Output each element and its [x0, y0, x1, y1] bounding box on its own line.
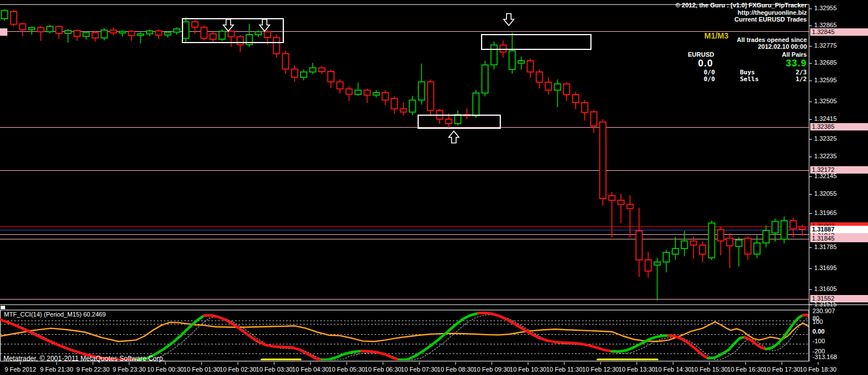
- candle-bull: [491, 41, 497, 70]
- candle-bull: [663, 250, 670, 272]
- candle-body: [265, 32, 271, 37]
- all-pairs-pips-value: 33.9: [786, 58, 807, 69]
- down-arrow-marker[interactable]: [504, 14, 514, 26]
- candle-body: [482, 65, 488, 93]
- candle-bull: [709, 221, 715, 260]
- indicator-name-label: MTF_CCI(14) (Period_M15) 60.2469: [4, 311, 106, 318]
- candle-bull: [246, 24, 253, 47]
- candle-bull: [256, 31, 262, 37]
- candle-bull: [518, 57, 525, 70]
- cci-main-line-up: [322, 351, 361, 360]
- candle-bear: [38, 26, 44, 41]
- cci-axis-label: 100: [812, 318, 823, 325]
- pane-splitter-handle[interactable]: [1, 306, 5, 309]
- symbol-label: EURUSD: [688, 51, 714, 58]
- price-label: 1.31695: [814, 264, 837, 271]
- metatrader-chart-window: © 2012, the Guru : [v1.0] FXGuru_PipTrac…: [0, 0, 868, 375]
- price-label-current-bid: 1.31887: [810, 226, 868, 233]
- candle-body: [491, 45, 497, 65]
- candle-body: [74, 31, 80, 36]
- indicator-copyright-text: © 2012, the Guru : [v1.0] FXGuru_PipTrac…: [675, 2, 807, 9]
- price-label: 1.32505: [814, 98, 837, 104]
- candle-body: [210, 34, 216, 40]
- candle-body: [382, 92, 389, 100]
- candle-body: [682, 241, 688, 249]
- candle-body: [183, 22, 189, 38]
- candle-bear: [201, 26, 207, 40]
- candle-bear: [129, 30, 135, 41]
- candle-bear: [546, 77, 552, 95]
- time-label: 10 Feb 12:30: [580, 366, 621, 373]
- candle-body: [781, 221, 788, 239]
- price-label: 1.32845: [810, 28, 868, 36]
- candle-bull: [83, 31, 90, 40]
- candle-body: [219, 31, 225, 39]
- candle-body: [129, 31, 135, 35]
- time-label: 10 Feb 15:30: [689, 366, 730, 373]
- sells-label: Sells: [740, 75, 759, 83]
- current-trades-title: Current EURUSD Trades: [734, 16, 807, 23]
- time-label: 10 Feb 17:30: [761, 366, 802, 373]
- sells-row: 0/0 Sells 1/2: [688, 75, 807, 83]
- candle-body: [718, 230, 724, 241]
- down-arrow-marker[interactable]: [223, 19, 233, 31]
- time-label: 9 Feb 2012: [0, 366, 41, 373]
- candle-bull: [2, 10, 8, 21]
- cci-axis-label: -313.168: [812, 353, 837, 360]
- candle-body: [20, 24, 26, 30]
- candle-body: [319, 68, 325, 72]
- candle-body: [636, 231, 643, 260]
- opened-since-line2: 2012.02.10 00:00: [758, 43, 807, 50]
- candle-body: [473, 93, 479, 116]
- sells-count: 0/0: [704, 75, 715, 83]
- candle-body: [673, 248, 679, 254]
- candle-bull: [138, 32, 144, 44]
- down-arrow-marker[interactable]: [259, 19, 270, 31]
- candle-bear: [92, 31, 99, 42]
- candle-bear: [56, 26, 62, 39]
- cci-main-line-down: [669, 335, 708, 358]
- all-pairs-label: All Pairs: [782, 51, 807, 58]
- time-label: 9 Feb 23:30: [109, 366, 150, 373]
- price-label: 1.32685: [814, 59, 837, 66]
- cci-axis-label: -100: [812, 338, 825, 344]
- time-label: 10 Feb 08:30: [435, 366, 476, 373]
- candle-body: [228, 31, 235, 36]
- candle-body: [401, 109, 407, 112]
- candle-bear: [337, 79, 343, 94]
- time-label: 10 Feb 13:30: [616, 366, 657, 373]
- price-label: 1.32775: [814, 42, 837, 49]
- candle-body: [763, 230, 769, 243]
- candle-bull: [419, 64, 425, 104]
- time-label: 10 Feb 06:30: [363, 366, 403, 373]
- candle-body: [101, 30, 108, 38]
- candle-bear: [237, 35, 244, 52]
- price-label: 1.32145: [814, 172, 837, 179]
- up-arrow-marker[interactable]: [449, 131, 459, 143]
- cci-main-line-up: [612, 335, 669, 351]
- price-label: 1.32325: [814, 135, 837, 142]
- candle-body: [419, 82, 425, 100]
- time-label: 10 Feb 01:30: [181, 366, 222, 373]
- candle-bear: [328, 70, 334, 88]
- candle-bull: [772, 218, 778, 242]
- price-label: 1.32955: [814, 5, 837, 11]
- candle-body: [138, 34, 144, 36]
- hline-left-marker[interactable]: [0, 28, 7, 36]
- candle-body: [47, 27, 53, 32]
- candle-body: [500, 45, 507, 52]
- candle-bear: [274, 35, 280, 57]
- candle-body: [410, 100, 416, 112]
- timeframe-label: M1/M3: [704, 31, 729, 40]
- candle-bear: [564, 82, 570, 101]
- candle-body: [573, 95, 579, 103]
- candle-body: [283, 54, 289, 69]
- opened-since-line1: All trades opened since: [737, 36, 807, 43]
- candle-bear: [636, 208, 643, 277]
- candle-bear: [401, 103, 407, 116]
- analysis-box[interactable]: [482, 35, 591, 49]
- candle-bear: [537, 69, 543, 89]
- candle-body: [346, 89, 352, 95]
- candle-bear: [464, 108, 470, 119]
- candle-body: [537, 72, 543, 82]
